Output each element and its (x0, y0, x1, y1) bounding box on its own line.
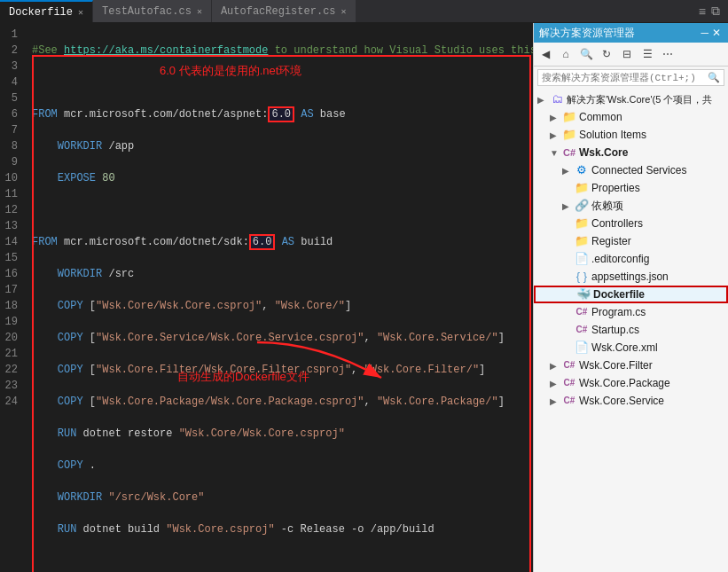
register-label: Register (591, 235, 631, 247)
solution-explorer: 解决方案资源管理器 ─ ✕ ◀ ⌂ 🔍 ↻ ⊟ ☰ ⋯ 🔍 ▶ 🗂 (533, 23, 728, 572)
tab-dockerfile-label: Dockerfile (9, 6, 73, 19)
solution-expand-icon: ▶ (537, 95, 550, 105)
code-text: #See https://aka.ms/containerfastmode to… (25, 23, 533, 572)
tab-testautofac[interactable]: TestAutofac.cs ✕ (93, 0, 212, 22)
solution-icon: 🗂 (550, 92, 564, 106)
se-collapse-button[interactable]: ⊟ (617, 44, 637, 64)
se-tree: ▶ 🗂 解决方案'Wsk.Core'(5 个项目，共 ▶ 📁 Common ▶ … (534, 89, 728, 572)
tab-dockerfile-close[interactable]: ✕ (78, 7, 83, 18)
wsk-core-service-expand-icon: ▶ (550, 396, 562, 406)
sidebar-item-editorconfig[interactable]: 📄 .editorconfig (534, 250, 728, 268)
editorconfig-label: .editorconfig (591, 253, 649, 265)
tab-testautofac-label: TestAutofac.cs (102, 5, 192, 18)
se-title: 解决方案资源管理器 (539, 26, 699, 41)
properties-icon: 📁 (575, 181, 589, 195)
se-home-button[interactable]: ⌂ (556, 44, 575, 64)
se-more-button[interactable]: ⋯ (658, 44, 677, 64)
wsk-core-package-label: Wsk.Core.Package (579, 377, 670, 389)
se-properties-button[interactable]: ☰ (638, 44, 657, 64)
se-titlebar: 解决方案资源管理器 ─ ✕ (534, 23, 728, 43)
tab-actions: ≡ ⧉ (696, 4, 728, 19)
sidebar-item-common[interactable]: ▶ 📁 Common (534, 108, 728, 126)
register-icon: 📁 (575, 234, 589, 248)
controllers-icon: 📁 (575, 216, 589, 231)
editor-content: 12345 678910 1112131415 1617181920 21222… (0, 23, 533, 572)
tab-autofacregister-close[interactable]: ✕ (341, 6, 347, 17)
sidebar-item-connected-services[interactable]: ▶ ⚙ Connected Services (534, 161, 728, 179)
startup-label: Startup.cs (591, 324, 639, 336)
deps-label: 依赖项 (591, 199, 623, 214)
sidebar-item-wsk-core-filter[interactable]: ▶ C# Wsk.Core.Filter (534, 357, 728, 374)
tab-testautofac-close[interactable]: ✕ (197, 6, 202, 17)
wsk-core-filter-label: Wsk.Core.Filter (579, 359, 653, 372)
program-label: Program.cs (591, 306, 646, 318)
wsk-core-icon: C# (562, 145, 576, 160)
dockerfile-icon: 🐳 (576, 287, 591, 302)
common-folder-icon: 📁 (562, 110, 576, 124)
common-label: Common (579, 111, 622, 123)
dockerfile-label: Dockerfile (593, 288, 645, 301)
se-search-container: 🔍 (534, 67, 728, 89)
solution-items-folder-icon: 📁 (562, 128, 576, 142)
program-icon: C# (575, 305, 589, 319)
wsk-core-expand-icon: ▼ (550, 148, 562, 158)
overflow-button[interactable]: ≡ (696, 4, 708, 19)
wsk-core-xml-icon: 📄 (575, 341, 589, 355)
sidebar-item-startup[interactable]: C# Startup.cs (534, 321, 728, 339)
se-back-button[interactable]: ◀ (536, 44, 555, 64)
startup-icon: C# (575, 323, 589, 337)
se-solution-root[interactable]: ▶ 🗂 解决方案'Wsk.Core'(5 个项目，共 (534, 90, 728, 108)
controllers-label: Controllers (591, 217, 643, 230)
connected-services-icon: ⚙ (575, 163, 589, 177)
sidebar-item-wsk-core-xml[interactable]: 📄 Wsk.Core.xml (534, 339, 728, 357)
sidebar-item-wsk-core-package[interactable]: ▶ C# Wsk.Core.Package (534, 374, 728, 392)
se-search-input[interactable] (542, 73, 708, 83)
tab-dockerfile[interactable]: Dockerfile ✕ (0, 0, 93, 22)
wsk-core-package-expand-icon: ▶ (550, 379, 562, 388)
editor-panel: 12345 678910 1112131415 1617181920 21222… (0, 23, 533, 572)
se-close-button[interactable]: ✕ (710, 27, 723, 39)
sidebar-item-properties[interactable]: 📁 Properties (534, 179, 728, 197)
solution-items-label: Solution Items (579, 129, 646, 141)
line-numbers: 12345 678910 1112131415 1617181920 21222… (0, 23, 25, 572)
sidebar-item-wsk-core-service[interactable]: ▶ C# Wsk.Core.Service (534, 392, 728, 410)
properties-label: Properties (591, 182, 640, 194)
sidebar-item-program[interactable]: C# Program.cs (534, 303, 728, 321)
common-expand-icon: ▶ (550, 113, 562, 122)
sidebar-item-register[interactable]: 📁 Register (534, 232, 728, 250)
se-toolbar: ◀ ⌂ 🔍 ↻ ⊟ ☰ ⋯ (534, 43, 728, 67)
se-search-box: 🔍 (537, 69, 724, 86)
tab-bar: Dockerfile ✕ TestAutofac.cs ✕ AutofacReg… (0, 0, 728, 23)
solution-items-expand-icon: ▶ (550, 130, 562, 140)
sidebar-item-solution-items[interactable]: ▶ 📁 Solution Items (534, 126, 728, 144)
se-pin-button[interactable]: ─ (699, 27, 710, 39)
deps-expand-icon: ▶ (562, 201, 575, 211)
connected-services-label: Connected Services (591, 164, 686, 176)
editor-scroll[interactable]: 12345 678910 1112131415 1617181920 21222… (0, 23, 533, 572)
se-search-icon-button[interactable]: 🔍 (708, 72, 720, 83)
tab-autofacregister[interactable]: AutofacRegister.cs ✕ (212, 0, 356, 22)
se-refresh-button[interactable]: ↻ (597, 44, 616, 64)
wsk-core-label: Wsk.Core (579, 146, 628, 159)
wsk-core-filter-icon: C# (562, 358, 576, 372)
deps-icon: 🔗 (575, 199, 589, 213)
wsk-core-filter-expand-icon: ▶ (550, 361, 562, 371)
wsk-core-service-icon: C# (562, 394, 576, 408)
wsk-core-package-icon: C# (562, 376, 576, 390)
sidebar-item-dependencies[interactable]: ▶ 🔗 依赖项 (534, 197, 728, 215)
tab-autofacregister-label: AutofacRegister.cs (221, 5, 336, 18)
connected-services-expand-icon: ▶ (562, 166, 575, 176)
solution-label: 解决方案'Wsk.Core'(5 个项目，共 (567, 93, 712, 106)
editorconfig-icon: 📄 (575, 252, 589, 266)
appsettings-icon: { } (575, 270, 589, 284)
sidebar-item-appsettings[interactable]: { } appsettings.json (534, 268, 728, 286)
appsettings-label: appsettings.json (591, 270, 669, 283)
wsk-core-service-label: Wsk.Core.Service (579, 395, 664, 407)
sidebar-item-dockerfile[interactable]: 🐳 Dockerfile (534, 286, 728, 303)
se-filter-button[interactable]: 🔍 (576, 44, 596, 64)
wsk-core-xml-label: Wsk.Core.xml (591, 341, 658, 354)
sidebar-item-wsk-core[interactable]: ▼ C# Wsk.Core (534, 144, 728, 161)
split-editor-button[interactable]: ⧉ (708, 4, 723, 19)
main-area: 12345 678910 1112131415 1617181920 21222… (0, 23, 728, 572)
sidebar-item-controllers[interactable]: 📁 Controllers (534, 215, 728, 232)
